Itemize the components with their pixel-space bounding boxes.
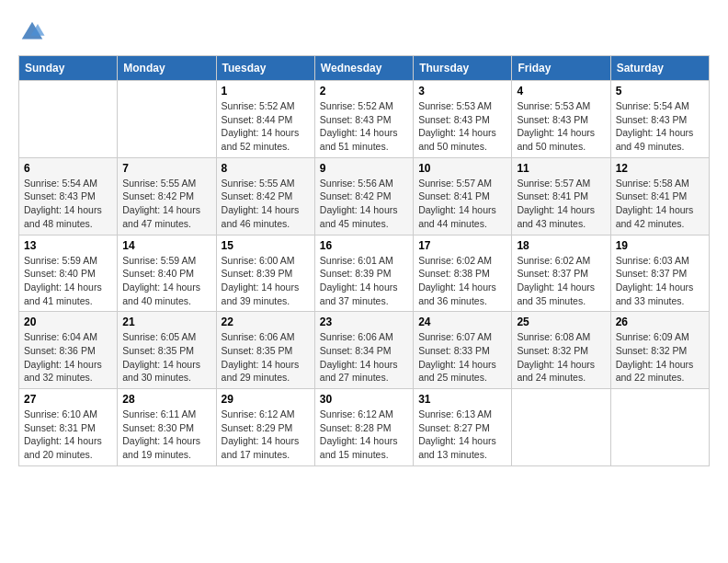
calendar-cell bbox=[118, 81, 216, 158]
calendar-cell: 7Sunrise: 5:55 AMSunset: 8:42 PMDaylight… bbox=[118, 157, 216, 235]
calendar-cell: 6Sunrise: 5:54 AMSunset: 8:43 PMDaylight… bbox=[19, 157, 118, 235]
day-detail: Sunrise: 5:59 AMSunset: 8:40 PMDaylight:… bbox=[122, 255, 200, 306]
day-detail: Sunrise: 5:57 AMSunset: 8:41 PMDaylight:… bbox=[517, 178, 595, 229]
day-detail: Sunrise: 6:06 AMSunset: 8:35 PMDaylight:… bbox=[222, 331, 300, 383]
day-number: 8 bbox=[222, 162, 310, 175]
calendar-cell: 23Sunrise: 6:06 AMSunset: 8:34 PMDayligh… bbox=[314, 312, 413, 389]
calendar-cell: 31Sunrise: 6:13 AMSunset: 8:27 PMDayligh… bbox=[414, 389, 512, 466]
day-number: 6 bbox=[24, 162, 112, 175]
day-number: 29 bbox=[222, 393, 310, 406]
day-detail: Sunrise: 5:55 AMSunset: 8:42 PMDaylight:… bbox=[122, 178, 200, 229]
calendar-week-row: 6Sunrise: 5:54 AMSunset: 8:43 PMDaylight… bbox=[19, 157, 710, 235]
day-detail: Sunrise: 5:52 AMSunset: 8:44 PMDaylight:… bbox=[222, 100, 300, 152]
calendar-week-row: 20Sunrise: 6:04 AMSunset: 8:36 PMDayligh… bbox=[19, 312, 710, 389]
day-header-sunday: Sunday bbox=[19, 56, 118, 81]
calendar-cell: 9Sunrise: 5:56 AMSunset: 8:42 PMDaylight… bbox=[314, 157, 413, 235]
calendar-cell: 19Sunrise: 6:03 AMSunset: 8:37 PMDayligh… bbox=[610, 235, 709, 312]
day-number: 28 bbox=[122, 393, 210, 406]
day-number: 7 bbox=[122, 162, 210, 175]
day-number: 23 bbox=[320, 316, 408, 328]
calendar-cell: 2Sunrise: 5:52 AMSunset: 8:43 PMDaylight… bbox=[314, 81, 413, 158]
day-number: 18 bbox=[517, 239, 605, 252]
calendar-cell: 8Sunrise: 5:55 AMSunset: 8:42 PMDaylight… bbox=[216, 157, 314, 235]
day-number: 2 bbox=[320, 85, 408, 98]
calendar-cell: 15Sunrise: 6:00 AMSunset: 8:39 PMDayligh… bbox=[216, 235, 314, 312]
day-detail: Sunrise: 6:02 AMSunset: 8:37 PMDaylight:… bbox=[517, 255, 595, 306]
calendar-cell: 28Sunrise: 6:11 AMSunset: 8:30 PMDayligh… bbox=[118, 389, 216, 466]
calendar-cell: 11Sunrise: 5:57 AMSunset: 8:41 PMDayligh… bbox=[512, 157, 610, 235]
day-number: 12 bbox=[616, 162, 704, 175]
calendar-cell: 22Sunrise: 6:06 AMSunset: 8:35 PMDayligh… bbox=[216, 312, 314, 389]
logo bbox=[18, 18, 50, 46]
day-header-tuesday: Tuesday bbox=[216, 56, 314, 81]
day-header-friday: Friday bbox=[512, 56, 610, 81]
calendar-cell: 27Sunrise: 6:10 AMSunset: 8:31 PMDayligh… bbox=[19, 389, 118, 466]
calendar-cell: 3Sunrise: 5:53 AMSunset: 8:43 PMDaylight… bbox=[414, 81, 512, 158]
day-detail: Sunrise: 6:06 AMSunset: 8:34 PMDaylight:… bbox=[320, 331, 398, 383]
day-number: 27 bbox=[24, 393, 112, 406]
calendar-cell: 17Sunrise: 6:02 AMSunset: 8:38 PMDayligh… bbox=[414, 235, 512, 312]
calendar-cell: 12Sunrise: 5:58 AMSunset: 8:41 PMDayligh… bbox=[610, 157, 709, 235]
day-number: 22 bbox=[222, 316, 310, 328]
day-number: 9 bbox=[320, 162, 408, 175]
day-number: 20 bbox=[24, 316, 112, 328]
calendar-header-row: SundayMondayTuesdayWednesdayThursdayFrid… bbox=[19, 56, 710, 81]
day-number: 30 bbox=[320, 393, 408, 406]
day-number: 3 bbox=[418, 85, 506, 98]
page-header bbox=[18, 18, 710, 46]
day-detail: Sunrise: 5:57 AMSunset: 8:41 PMDaylight:… bbox=[418, 178, 496, 229]
calendar-cell: 26Sunrise: 6:09 AMSunset: 8:32 PMDayligh… bbox=[610, 312, 709, 389]
calendar-cell: 5Sunrise: 5:54 AMSunset: 8:43 PMDaylight… bbox=[610, 81, 709, 158]
day-number: 16 bbox=[320, 239, 408, 252]
day-detail: Sunrise: 6:11 AMSunset: 8:30 PMDaylight:… bbox=[122, 408, 200, 460]
day-detail: Sunrise: 6:03 AMSunset: 8:37 PMDaylight:… bbox=[616, 255, 694, 306]
day-number: 4 bbox=[517, 85, 605, 98]
day-detail: Sunrise: 6:10 AMSunset: 8:31 PMDaylight:… bbox=[24, 408, 102, 460]
day-detail: Sunrise: 5:53 AMSunset: 8:43 PMDaylight:… bbox=[418, 100, 496, 152]
calendar-cell: 18Sunrise: 6:02 AMSunset: 8:37 PMDayligh… bbox=[512, 235, 610, 312]
calendar-cell: 24Sunrise: 6:07 AMSunset: 8:33 PMDayligh… bbox=[414, 312, 512, 389]
day-detail: Sunrise: 6:02 AMSunset: 8:38 PMDaylight:… bbox=[418, 255, 496, 306]
day-detail: Sunrise: 6:08 AMSunset: 8:32 PMDaylight:… bbox=[517, 331, 595, 383]
day-number: 26 bbox=[616, 316, 704, 328]
calendar-table: SundayMondayTuesdayWednesdayThursdayFrid… bbox=[18, 55, 710, 466]
day-detail: Sunrise: 5:53 AMSunset: 8:43 PMDaylight:… bbox=[517, 100, 595, 152]
calendar-cell: 20Sunrise: 6:04 AMSunset: 8:36 PMDayligh… bbox=[19, 312, 118, 389]
day-detail: Sunrise: 6:12 AMSunset: 8:29 PMDaylight:… bbox=[222, 408, 300, 460]
day-detail: Sunrise: 5:56 AMSunset: 8:42 PMDaylight:… bbox=[320, 178, 398, 229]
day-number: 21 bbox=[122, 316, 210, 328]
day-detail: Sunrise: 5:55 AMSunset: 8:42 PMDaylight:… bbox=[222, 178, 300, 229]
day-detail: Sunrise: 6:01 AMSunset: 8:39 PMDaylight:… bbox=[320, 255, 398, 306]
day-detail: Sunrise: 5:54 AMSunset: 8:43 PMDaylight:… bbox=[616, 100, 694, 152]
day-number: 13 bbox=[24, 239, 112, 252]
calendar-cell: 25Sunrise: 6:08 AMSunset: 8:32 PMDayligh… bbox=[512, 312, 610, 389]
day-detail: Sunrise: 5:59 AMSunset: 8:40 PMDaylight:… bbox=[24, 255, 102, 306]
calendar-cell: 13Sunrise: 5:59 AMSunset: 8:40 PMDayligh… bbox=[19, 235, 118, 312]
day-header-thursday: Thursday bbox=[414, 56, 512, 81]
day-number: 10 bbox=[418, 162, 506, 175]
day-number: 11 bbox=[517, 162, 605, 175]
calendar-week-row: 13Sunrise: 5:59 AMSunset: 8:40 PMDayligh… bbox=[19, 235, 710, 312]
day-detail: Sunrise: 6:00 AMSunset: 8:39 PMDaylight:… bbox=[222, 255, 300, 306]
day-number: 24 bbox=[418, 316, 506, 328]
day-detail: Sunrise: 6:13 AMSunset: 8:27 PMDaylight:… bbox=[418, 408, 496, 460]
logo-icon bbox=[18, 18, 46, 46]
day-number: 14 bbox=[122, 239, 210, 252]
day-detail: Sunrise: 6:12 AMSunset: 8:28 PMDaylight:… bbox=[320, 408, 398, 460]
day-number: 19 bbox=[616, 239, 704, 252]
calendar-cell: 14Sunrise: 5:59 AMSunset: 8:40 PMDayligh… bbox=[118, 235, 216, 312]
day-detail: Sunrise: 6:07 AMSunset: 8:33 PMDaylight:… bbox=[418, 331, 496, 383]
day-detail: Sunrise: 6:04 AMSunset: 8:36 PMDaylight:… bbox=[24, 331, 102, 383]
day-number: 17 bbox=[418, 239, 506, 252]
calendar-cell: 1Sunrise: 5:52 AMSunset: 8:44 PMDaylight… bbox=[216, 81, 314, 158]
day-number: 31 bbox=[418, 393, 506, 406]
day-detail: Sunrise: 5:58 AMSunset: 8:41 PMDaylight:… bbox=[616, 178, 694, 229]
day-detail: Sunrise: 5:52 AMSunset: 8:43 PMDaylight:… bbox=[320, 100, 398, 152]
calendar-cell: 10Sunrise: 5:57 AMSunset: 8:41 PMDayligh… bbox=[414, 157, 512, 235]
day-header-monday: Monday bbox=[118, 56, 216, 81]
day-header-saturday: Saturday bbox=[610, 56, 709, 81]
calendar-cell: 29Sunrise: 6:12 AMSunset: 8:29 PMDayligh… bbox=[216, 389, 314, 466]
day-detail: Sunrise: 6:05 AMSunset: 8:35 PMDaylight:… bbox=[122, 331, 200, 383]
calendar-week-row: 27Sunrise: 6:10 AMSunset: 8:31 PMDayligh… bbox=[19, 389, 710, 466]
calendar-cell: 16Sunrise: 6:01 AMSunset: 8:39 PMDayligh… bbox=[314, 235, 413, 312]
